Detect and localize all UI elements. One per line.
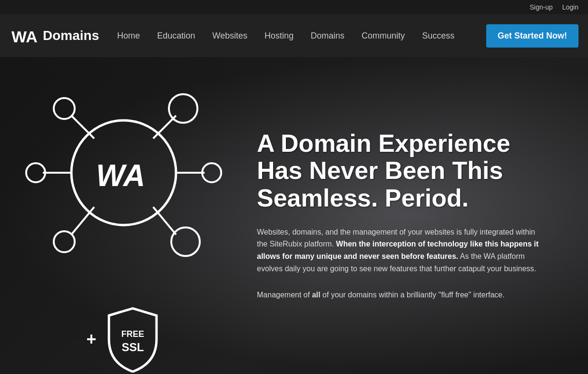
login-link[interactable]: Login bbox=[562, 3, 578, 11]
svg-text:SSL: SSL bbox=[121, 341, 144, 354]
svg-text:FREE: FREE bbox=[121, 329, 144, 339]
hero-body-paragraph: Websites, domains, and the management of… bbox=[257, 226, 542, 275]
hero-right: A Domain Experience Has Never Been This … bbox=[238, 111, 588, 320]
nav-education[interactable]: Education bbox=[148, 14, 204, 57]
svg-point-11 bbox=[26, 163, 45, 182]
ssl-plus-sign: + bbox=[86, 329, 96, 349]
domain-network-icon: WA bbox=[24, 68, 224, 296]
logo-area[interactable]: WA bbox=[10, 25, 38, 47]
hero-body2-paragraph: Management of all of your domains within… bbox=[257, 289, 542, 301]
nav-home[interactable]: Home bbox=[108, 14, 148, 57]
hero-section: WA + bbox=[0, 57, 588, 374]
nav-hosting[interactable]: Hosting bbox=[256, 14, 302, 57]
svg-point-9 bbox=[202, 163, 221, 182]
get-started-button[interactable]: Get Started Now! bbox=[486, 24, 578, 48]
svg-line-14 bbox=[153, 207, 176, 235]
hero-headline: A Domain Experience Has Never Been This … bbox=[257, 130, 559, 212]
svg-line-4 bbox=[71, 116, 94, 138]
svg-point-15 bbox=[171, 227, 200, 256]
nav-domains[interactable]: Domains bbox=[302, 14, 353, 57]
top-bar: Sign-up Login bbox=[0, 0, 588, 14]
svg-point-13 bbox=[54, 231, 75, 252]
nav-page-title: Domains bbox=[43, 28, 99, 43]
svg-text:WA: WA bbox=[11, 28, 38, 46]
svg-text:WA: WA bbox=[96, 158, 145, 193]
nav-links: Home Education Websites Hosting Domains … bbox=[108, 14, 486, 57]
ssl-badge-area: + FREE SSL bbox=[86, 306, 161, 373]
nav-community[interactable]: Community bbox=[353, 14, 413, 57]
wa-logo-icon: WA bbox=[10, 25, 38, 47]
ssl-shield-icon: FREE SSL bbox=[104, 306, 161, 373]
svg-point-5 bbox=[54, 98, 75, 119]
signup-link[interactable]: Sign-up bbox=[529, 3, 552, 11]
hero-left: WA + bbox=[0, 57, 238, 374]
svg-line-12 bbox=[71, 207, 94, 235]
svg-point-7 bbox=[169, 94, 197, 123]
navbar: WA Domains Home Education Websites Hosti… bbox=[0, 14, 588, 57]
nav-websites[interactable]: Websites bbox=[204, 14, 256, 57]
nav-success[interactable]: Success bbox=[413, 14, 463, 57]
